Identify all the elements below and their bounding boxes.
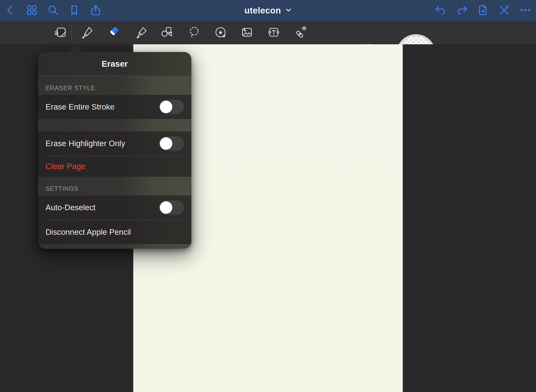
- erase-highlighter-only-label: Erase Highlighter Only: [46, 139, 125, 148]
- chevron-down-icon: [285, 7, 292, 14]
- text-icon: [267, 26, 281, 40]
- pen-mode-toggle-button[interactable]: [498, 4, 510, 17]
- popover-header: Eraser: [38, 52, 191, 76]
- row-erase-entire-stroke: Erase Entire Stroke: [38, 95, 191, 119]
- toggle-knob: [160, 137, 172, 150]
- highlighter-icon: [135, 26, 148, 40]
- tool-text[interactable]: [267, 26, 281, 40]
- erase-entire-stroke-toggle[interactable]: [159, 100, 184, 114]
- auto-deselect-toggle[interactable]: [159, 200, 184, 215]
- row-clear-page[interactable]: Clear Page: [38, 156, 191, 177]
- toggle-knob: [160, 201, 172, 214]
- row-erase-highlighter-only: Erase Highlighter Only: [38, 131, 191, 156]
- document-title-control[interactable]: utelecon: [244, 0, 292, 21]
- tools-toolbar: a: [0, 21, 536, 44]
- erase-entire-stroke-label: Erase Entire Stroke: [46, 102, 114, 111]
- thumbnails-button[interactable]: [26, 4, 38, 17]
- tool-pen[interactable]: [80, 26, 94, 40]
- add-page-icon: [477, 4, 489, 17]
- bookmark-button[interactable]: [68, 4, 80, 17]
- popover-arrow: [69, 45, 82, 52]
- tool-image[interactable]: [240, 26, 254, 40]
- popover-title: Eraser: [102, 59, 128, 69]
- row-disconnect-apple-pencil[interactable]: Disconnect Apple Pencil: [38, 220, 191, 244]
- undo-button[interactable]: [434, 4, 447, 17]
- redo-button[interactable]: [456, 4, 468, 17]
- eraser-size-large[interactable]: [396, 34, 436, 44]
- eraser-popover: Eraser ERASER STYLE Erase Entire Stroke …: [38, 52, 191, 249]
- tool-zoom-window[interactable]: a: [54, 26, 68, 40]
- lasso-icon: [188, 26, 201, 40]
- app-screen: utelecon: [0, 0, 536, 392]
- top-navigation-bar: utelecon: [0, 0, 536, 21]
- tool-highlighter[interactable]: [134, 26, 149, 40]
- tool-lasso[interactable]: [187, 26, 201, 40]
- document-title: utelecon: [244, 6, 281, 16]
- eraser-style-section-header: ERASER STYLE: [38, 76, 191, 95]
- pen-icon: [80, 26, 94, 40]
- eraser-size-medium-selected[interactable]: [359, 44, 379, 44]
- share-button[interactable]: [89, 4, 102, 17]
- undo-icon: [434, 4, 447, 17]
- disconnect-apple-pencil-button[interactable]: Disconnect Apple Pencil: [46, 228, 131, 237]
- svg-text:a: a: [54, 28, 59, 37]
- zoom-window-icon: a: [54, 26, 67, 40]
- sticker-star-icon: ★: [214, 26, 227, 40]
- thumbnails-grid-icon: [26, 4, 38, 17]
- toggle-knob: [160, 101, 172, 113]
- row-auto-deselect: Auto-Deselect: [38, 196, 191, 220]
- redo-icon: [456, 4, 468, 17]
- pen-crossed-icon: [498, 4, 510, 17]
- erase-highlighter-only-toggle[interactable]: [159, 136, 184, 151]
- back-chevron-icon: [5, 4, 16, 17]
- svg-text:★: ★: [218, 29, 223, 36]
- more-options-button[interactable]: [519, 4, 532, 17]
- tool-laser-pointer[interactable]: [293, 26, 308, 40]
- popover-footer: [38, 244, 191, 249]
- search-button[interactable]: [47, 4, 59, 17]
- settings-section-header: SETTINGS: [38, 177, 191, 196]
- image-icon: [240, 26, 254, 40]
- laser-pointer-icon: [294, 26, 307, 40]
- shapes-icon: [160, 26, 174, 40]
- section-gap: [38, 119, 191, 131]
- clear-page-button[interactable]: Clear Page: [46, 162, 85, 171]
- auto-deselect-label: Auto-Deselect: [46, 203, 95, 212]
- back-button[interactable]: [4, 4, 17, 17]
- search-icon: [47, 4, 59, 17]
- tool-shapes[interactable]: [160, 26, 174, 40]
- tool-stickers[interactable]: ★: [213, 26, 228, 40]
- add-page-button[interactable]: [477, 4, 489, 17]
- bookmark-icon: [68, 4, 80, 17]
- ellipsis-icon: [519, 4, 532, 17]
- tool-eraser[interactable]: [107, 26, 121, 40]
- toolbar-divider: [71, 25, 72, 40]
- share-icon: [89, 4, 102, 17]
- eraser-icon: [107, 26, 121, 40]
